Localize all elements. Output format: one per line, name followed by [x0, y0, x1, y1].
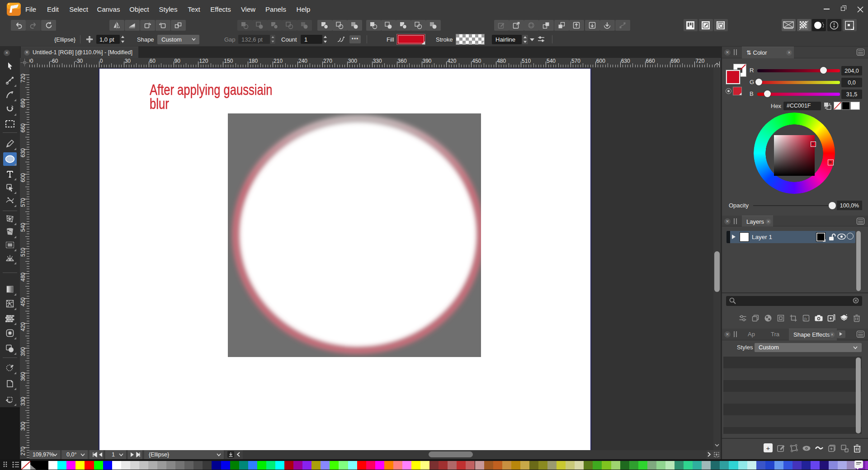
svg-text:fx: fx: [804, 316, 807, 321]
